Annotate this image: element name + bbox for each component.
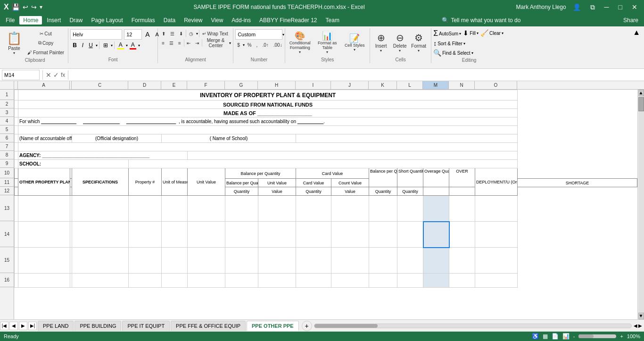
cut-button[interactable]: ✂ Cut: [25, 29, 66, 38]
cell-for-which[interactable]: For which ,: [18, 117, 518, 126]
cell-r9-rest[interactable]: [129, 160, 518, 168]
vertical-scrollbar[interactable]: ▲ ▼: [637, 90, 644, 319]
cell-shortage-header[interactable]: SHORTAGE: [518, 179, 637, 187]
cell-r14-m[interactable]: [423, 222, 449, 248]
font-size-input[interactable]: [124, 29, 142, 40]
scroll-up-btn[interactable]: ▲: [638, 90, 644, 96]
minimize-icon[interactable]: ─: [602, 2, 612, 12]
cell-r9-s[interactable]: [15, 160, 18, 168]
cell-r15-c[interactable]: [72, 248, 129, 274]
cell-agency[interactable]: AGENCY: ________________________________…: [18, 151, 188, 160]
cell-short-qty2[interactable]: Quantity: [369, 187, 397, 196]
confirm-formula-icon[interactable]: ✓: [53, 71, 59, 79]
cell-card-header[interactable]: Card Value: [296, 168, 369, 179]
cell-r16-e[interactable]: [162, 274, 188, 288]
font-color-dropdown[interactable]: ▾: [138, 43, 140, 48]
h-scroll-right[interactable]: ▶: [638, 323, 642, 328]
col-header-O[interactable]: O: [475, 81, 517, 89]
styles-dropdown[interactable]: ▾: [354, 48, 355, 52]
cell-r15-e[interactable]: [162, 248, 188, 274]
col-header-G[interactable]: G: [225, 81, 258, 89]
cell-deployment-header[interactable]: DEPLOYMENT/U (Organizational Unit/Ge Loc…: [475, 168, 518, 196]
undo-icon[interactable]: ↩: [23, 3, 28, 11]
tab-nav-prev[interactable]: ◀: [9, 322, 18, 330]
menu-page-layout[interactable]: Page Layout: [87, 16, 126, 25]
share-button[interactable]: Share: [619, 16, 642, 25]
cell-r16-a[interactable]: [18, 274, 70, 288]
cell-r14-d[interactable]: [129, 222, 162, 248]
row-2[interactable]: 2: [0, 100, 14, 108]
tab-ppe-ffe[interactable]: PPE FFE & OFFICE EQUIP: [171, 321, 246, 331]
borders-button[interactable]: ⊞: [101, 41, 110, 50]
col-header-H[interactable]: H: [258, 81, 296, 89]
format-painter-button[interactable]: 🖌 Format Painter: [25, 48, 66, 57]
cell-cv-val[interactable]: Value: [331, 187, 369, 196]
currency-dropdown[interactable]: ▾: [243, 43, 245, 47]
tab-nav-first[interactable]: |◀: [0, 322, 8, 330]
menu-abbyy[interactable]: ABBYY FineReader 12: [256, 16, 321, 25]
row-11[interactable]: 11: [0, 178, 14, 187]
cell-propno-header[interactable]: Property #: [129, 168, 162, 196]
cell-r2-s[interactable]: [15, 100, 18, 109]
col-header-D[interactable]: D: [128, 81, 161, 89]
cell-r13-h[interactable]: [258, 196, 296, 222]
cell-r16-h[interactable]: [258, 274, 296, 288]
menu-file[interactable]: File: [2, 16, 18, 25]
account-icon[interactable]: 👤: [570, 2, 584, 12]
cell-r13-i[interactable]: [296, 196, 331, 222]
row-4[interactable]: 4: [0, 117, 14, 125]
cell-r16-l[interactable]: [397, 274, 423, 288]
clear-dropdown[interactable]: ▾: [502, 31, 504, 35]
cell-r12-s[interactable]: [15, 187, 18, 196]
cell-r7[interactable]: [18, 143, 518, 151]
cell-cv-qty[interactable]: Quantity: [296, 187, 331, 196]
tab-ppe-building[interactable]: PPE BUILDING: [74, 321, 121, 331]
col-header-J[interactable]: J: [331, 81, 369, 89]
cell-over-header[interactable]: OVER: [449, 168, 475, 187]
currency-button[interactable]: $: [235, 41, 242, 49]
cell-r16-f[interactable]: [188, 274, 225, 288]
menu-team[interactable]: Team: [322, 16, 343, 25]
format-dropdown[interactable]: ▾: [418, 49, 420, 53]
cell-bq-val[interactable]: Value: [258, 187, 296, 196]
comma-button[interactable]: ,: [255, 41, 260, 49]
cell-r14-i[interactable]: [296, 222, 331, 248]
cell-r16-o[interactable]: [475, 274, 518, 288]
cell-r13-n[interactable]: [449, 196, 475, 222]
row-3[interactable]: 3: [0, 108, 14, 117]
cell-r13-o[interactable]: [475, 196, 518, 222]
underline-button[interactable]: U: [86, 41, 95, 50]
cell-r15-i[interactable]: [296, 248, 331, 274]
menu-insert[interactable]: Insert: [43, 16, 65, 25]
percent-button[interactable]: %: [246, 41, 254, 49]
restore-down-icon[interactable]: ⧉: [587, 2, 598, 12]
tab-ppe-land[interactable]: PPE LAND: [38, 321, 74, 331]
row-8[interactable]: 8: [0, 151, 14, 159]
cell-r14-c[interactable]: [72, 222, 129, 248]
menu-view[interactable]: View: [207, 16, 227, 25]
find-dropdown[interactable]: ▾: [471, 51, 473, 55]
cell-r13-d[interactable]: [129, 196, 162, 222]
h-scroll-track[interactable]: [314, 324, 632, 328]
menu-data[interactable]: Data: [160, 16, 179, 25]
col-header-M[interactable]: M: [423, 81, 449, 89]
cell-r13-j[interactable]: [331, 196, 369, 222]
cell-school[interactable]: SCHOOL:: [18, 160, 129, 168]
cell-r14-a[interactable]: [18, 222, 70, 248]
align-right-button[interactable]: ≡: [176, 39, 183, 47]
cell-title3[interactable]: MADE AS OF ___________________: [18, 109, 518, 117]
add-sheet-button[interactable]: +: [302, 321, 312, 331]
cell-ppe-header[interactable]: OTHER PROPERTY PLANT & EQUIPMENT: [18, 168, 70, 196]
col-header-I[interactable]: I: [296, 81, 331, 89]
col-header-E[interactable]: E: [161, 81, 187, 89]
row-12[interactable]: 12: [0, 187, 14, 195]
cell-r14-n[interactable]: [449, 222, 475, 248]
cell-r14-e[interactable]: [162, 222, 188, 248]
conditional-formatting-button[interactable]: 🎨 Conditional Formatting ▾: [287, 29, 313, 56]
conditional-dropdown[interactable]: ▾: [299, 50, 301, 54]
row-14[interactable]: 14: [0, 221, 14, 247]
number-format-dropdown[interactable]: ▾: [282, 33, 284, 37]
cell-r3-s[interactable]: [15, 109, 18, 117]
col-header-L[interactable]: L: [397, 81, 423, 89]
cell-r14-s[interactable]: [15, 222, 18, 248]
